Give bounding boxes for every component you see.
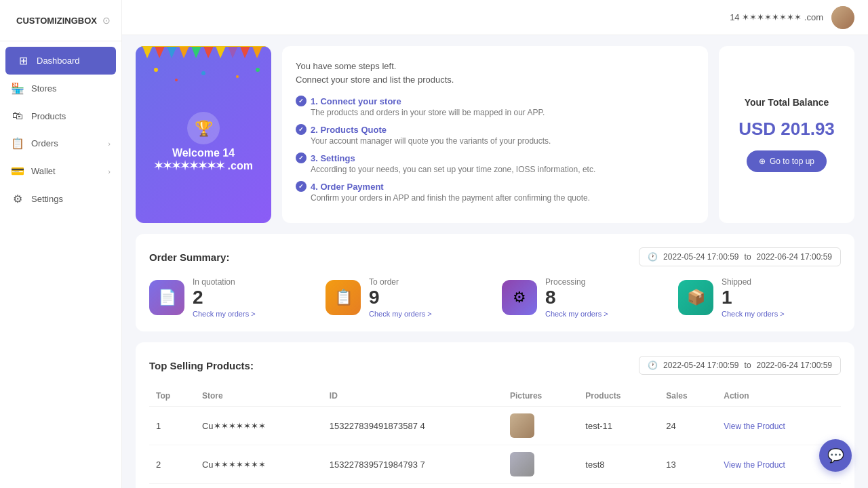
cell-picture <box>503 407 578 445</box>
cell-id: 153227839491873587 4 <box>323 407 503 445</box>
sidebar-item-label: Stores <box>31 83 57 94</box>
orders-icon: 📋 <box>11 137 24 150</box>
stat-in-quotation: 📄 In quotation 2 Check my orders > <box>149 277 312 318</box>
order-summary-title: Order Summary: <box>149 251 229 263</box>
svg-text:🏆: 🏆 <box>195 119 214 138</box>
step-1: ✓ 1. Connect your store The products and… <box>296 96 694 117</box>
step-2: ✓ 2. Products Quote Your account manager… <box>296 124 694 146</box>
sidebar-item-stores[interactable]: 🏪 Stores <box>0 75 121 102</box>
view-product-link[interactable]: View the Product <box>724 460 785 470</box>
top-selling-date-range[interactable]: 🕐 2022-05-24 17:00:59 to 2022-06-24 17:0… <box>639 356 841 375</box>
col-sales: Sales <box>659 386 717 407</box>
steps-intro: You have some steps left. Connect your s… <box>296 60 694 86</box>
banner-welcome-text: Welcome 14 ✶✶✶✶✶✶✶✶ .com <box>149 147 258 172</box>
svg-marker-14 <box>252 46 262 58</box>
main-area: 14 ✶✶✶✶✶✶✶✶ .com <box>122 0 868 488</box>
cell-sales: 13 <box>659 445 717 484</box>
cell-id: 153227839446155673 7 <box>323 484 503 489</box>
table-row: 3 Cu✶✶✶✶✶✶✶ 153227839446155673 7 Name 8 … <box>149 484 841 489</box>
check-orders-link-1[interactable]: Check my orders > <box>193 310 256 318</box>
chat-button[interactable]: 💬 <box>819 439 852 472</box>
cell-top: 2 <box>149 445 195 484</box>
topbar: 14 ✶✶✶✶✶✶✶✶ .com <box>122 0 868 35</box>
stat-processing: ⚙ Processing 8 Check my orders > <box>502 277 665 318</box>
svg-marker-6 <box>155 46 165 58</box>
cell-store: Cu✶✶✶✶✶✶✶ <box>195 407 323 445</box>
sidebar-item-label: Settings <box>31 194 63 204</box>
sidebar-item-orders[interactable]: 📋 Orders › <box>0 129 121 157</box>
step-3: ✓ 3. Settings According to your needs, y… <box>296 152 694 174</box>
cell-picture <box>503 484 578 489</box>
avatar <box>831 6 854 29</box>
order-stats: 📄 In quotation 2 Check my orders > 📋 To … <box>149 277 841 318</box>
calendar-icon: 🕐 <box>648 252 658 262</box>
top-selling-card: Top Selling Products: 🕐 2022-05-24 17:00… <box>136 342 854 488</box>
cell-id: 153227839571984793 7 <box>323 445 503 484</box>
products-table: Top Store ID Pictures Products Sales Act… <box>149 386 841 488</box>
view-product-link[interactable]: View the Product <box>724 422 785 431</box>
stores-icon: 🏪 <box>11 82 24 95</box>
svg-point-19 <box>236 75 239 78</box>
svg-point-16 <box>154 68 158 72</box>
table-header: Top Store ID Pictures Products Sales Act… <box>149 386 841 407</box>
cell-picture <box>503 445 578 484</box>
cell-sales: 8 <box>659 484 717 489</box>
sidebar-item-settings[interactable]: ⚙ Settings <box>0 185 121 213</box>
order-date-range[interactable]: 🕐 2022-05-24 17:00:59 to 2022-06-24 17:0… <box>639 247 841 266</box>
plus-icon: ⊕ <box>759 157 766 166</box>
in-quotation-icon: 📄 <box>149 280 184 315</box>
sidebar-item-products[interactable]: 🛍 Products <box>0 102 121 129</box>
step-4: ✓ 4. Order Payment Confirm your orders i… <box>296 181 694 203</box>
svg-marker-11 <box>216 46 226 58</box>
cell-product: Name <box>578 484 659 489</box>
balance-card: Your Total Balance USD 201.93 ⊕ Go to to… <box>719 46 854 223</box>
cell-top: 1 <box>149 407 195 445</box>
product-thumbnail <box>510 452 534 476</box>
cell-store: Cu✶✶✶✶✶✶✶ <box>195 484 323 489</box>
location-icon: ⊙ <box>102 15 111 26</box>
sidebar-item-dashboard[interactable]: ⊞ Dashboard <box>5 47 116 75</box>
sidebar-item-label: Wallet <box>31 166 56 176</box>
svg-point-18 <box>201 71 205 75</box>
chevron-right-icon: › <box>108 167 111 176</box>
col-id: ID <box>323 386 503 407</box>
check-orders-link-2[interactable]: Check my orders > <box>369 310 432 318</box>
cell-action: View the Product <box>717 484 841 489</box>
wallet-icon: 💳 <box>11 165 24 178</box>
table-row: 2 Cu✶✶✶✶✶✶✶ 153227839571984793 7 test8 1… <box>149 445 841 484</box>
sidebar-item-wallet[interactable]: 💳 Wallet › <box>0 157 121 185</box>
sidebar-item-label: Dashboard <box>37 56 80 66</box>
cell-top: 3 <box>149 484 195 489</box>
dashboard-icon: ⊞ <box>16 54 30 67</box>
topbar-username: 14 ✶✶✶✶✶✶✶✶ .com <box>730 12 823 22</box>
logo-area: CUSTOMIZINGBOX ⊙ <box>0 0 121 41</box>
banner-decorations <box>136 46 271 94</box>
check-orders-link-3[interactable]: Check my orders > <box>545 310 608 318</box>
check-orders-link-4[interactable]: Check my orders > <box>722 310 785 318</box>
order-summary-header: Order Summary: 🕐 2022-05-24 17:00:59 to … <box>149 247 841 266</box>
to-order-icon: 📋 <box>326 280 361 315</box>
svg-marker-10 <box>203 46 214 58</box>
welcome-banner: 🏆 Welcome 14 ✶✶✶✶✶✶✶✶ .com <box>136 46 271 223</box>
trophy-icon: 🏆 <box>186 111 220 147</box>
settings-icon: ⚙ <box>11 192 24 205</box>
sidebar: CUSTOMIZINGBOX ⊙ ⊞ Dashboard 🏪 Stores 🛍 … <box>0 0 122 488</box>
cell-product: test-11 <box>578 407 659 445</box>
stat-shipped: 📦 Shipped 1 Check my orders > <box>678 277 841 318</box>
col-products: Products <box>578 386 659 407</box>
order-summary-card: Order Summary: 🕐 2022-05-24 17:00:59 to … <box>136 234 854 331</box>
step-check-icon: ✓ <box>296 96 307 106</box>
topup-button[interactable]: ⊕ Go to top up <box>747 150 827 172</box>
svg-marker-12 <box>228 46 238 58</box>
steps-card: You have some steps left. Connect your s… <box>282 46 708 223</box>
col-store: Store <box>195 386 323 407</box>
processing-icon: ⚙ <box>502 280 537 315</box>
calendar-icon-2: 🕐 <box>648 361 658 370</box>
balance-amount: USD 201.93 <box>738 119 835 140</box>
avatar-image <box>831 6 854 29</box>
step-check-icon: ✓ <box>296 124 307 135</box>
top-selling-header: Top Selling Products: 🕐 2022-05-24 17:00… <box>149 356 841 375</box>
product-thumbnail <box>510 413 534 438</box>
table-row: 1 Cu✶✶✶✶✶✶✶ 153227839491873587 4 test-11… <box>149 407 841 445</box>
balance-title: Your Total Balance <box>745 97 829 108</box>
